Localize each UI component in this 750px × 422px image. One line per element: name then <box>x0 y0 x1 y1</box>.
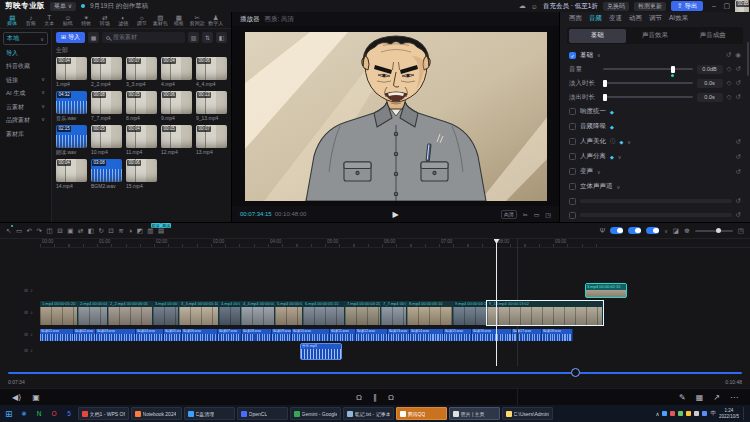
inspector-tab[interactable]: AI效果 <box>669 14 688 23</box>
media-item[interactable]: 00:06 15.mp4 <box>126 159 157 189</box>
frame-icon[interactable]: ▦ <box>696 393 704 402</box>
video-clip[interactable]: 4.mp4 00:00:02:20 <box>219 301 241 325</box>
option-checkbox[interactable] <box>569 183 576 190</box>
quality-button[interactable]: 高清 <box>501 210 517 219</box>
timeline-tool-icon[interactable]: ↻ <box>98 226 103 236</box>
media-item[interactable]: 00:06 2_2.mp4 <box>91 57 122 87</box>
audio-clip[interactable]: 朗读12.wav <box>356 329 388 341</box>
media-item[interactable]: 00:04 4.mp4 <box>161 57 192 87</box>
media-item[interactable]: 03:08 BGM2.wav <box>91 159 122 189</box>
import-button[interactable]: ⊞ 导入 <box>56 32 85 43</box>
taskbar-button[interactable]: 文档1 - WPS Office <box>78 407 129 420</box>
playhead[interactable] <box>496 239 497 366</box>
video-clip[interactable]: 1.mp4 00:00:05:20 <box>40 301 78 325</box>
lock-icon[interactable]: ⊘ <box>24 287 28 293</box>
fullscreen-icon[interactable]: ◳ <box>545 211 551 218</box>
toolbar-item[interactable]: ✶ 特效 <box>77 14 96 27</box>
media-nav-item[interactable]: 导入 <box>3 48 48 59</box>
clock[interactable]: 1:24 2022/10/5 <box>719 408 739 419</box>
video-clip[interactable]: 3_3.mp4 00:00:05:10 <box>179 301 219 325</box>
mute-icon[interactable]: ♪ <box>30 347 33 353</box>
toolbar-item[interactable]: ▤ 媒体 <box>3 14 22 27</box>
quick-launch-icon[interactable]: O <box>48 410 61 417</box>
timeline-tool-icon[interactable]: ▣ <box>67 226 73 236</box>
redeem-chip[interactable]: 兑换码 <box>603 2 629 11</box>
tray-icon[interactable] <box>662 411 667 416</box>
audio-clip[interactable]: 朗读03.wav <box>96 329 136 341</box>
audio-clip[interactable]: 朗读18.wav <box>542 329 573 341</box>
inspector-tab[interactable]: 动画 <box>629 14 642 23</box>
timeline-tool-icon[interactable]: ◧ <box>88 226 94 236</box>
audio-clip[interactable]: 朗读14.wav <box>410 329 444 341</box>
music-clip[interactable]: 音乐.mp3 <box>300 343 342 360</box>
pause-icon[interactable]: ∥ <box>373 393 377 402</box>
media-item[interactable]: 00:04 14.mp4 <box>56 159 87 189</box>
audio-clip[interactable]: 朗读10.wav <box>292 329 330 341</box>
preset-icon[interactable]: ◉ <box>735 51 741 59</box>
media-item[interactable]: 00:05 10.mp4 <box>91 125 122 155</box>
toolbar-item[interactable]: ☼ 调节 <box>133 14 152 27</box>
media-item[interactable]: 00:05 12.mp4 <box>161 125 192 155</box>
keyframe-icon[interactable]: ◇ <box>727 65 732 73</box>
view-toggle-button[interactable]: ▦ <box>88 32 99 43</box>
pointer-icon[interactable]: ↗ <box>713 393 720 402</box>
reset-icon[interactable]: ↺ <box>736 168 741 176</box>
taskbar-button[interactable]: 腾讯QQ <box>396 407 447 420</box>
more-icon[interactable]: ⋯ <box>730 393 738 402</box>
timeline-tool-icon[interactable]: ⊟ <box>57 226 62 236</box>
sort-button[interactable]: ⇅ <box>202 32 213 43</box>
audio-clip[interactable]: 朗读15.wav <box>444 329 472 341</box>
tray-icon[interactable] <box>686 411 691 416</box>
ratio-icon[interactable]: ▭ <box>534 211 540 218</box>
chevron-down-icon[interactable]: ∨ <box>597 52 601 58</box>
play-button[interactable]: ▶ <box>392 210 398 219</box>
video-clip[interactable]: 5.mp4 00:00:03:10 <box>275 301 303 325</box>
media-item[interactable]: 04:32 音乐.wav <box>56 91 87 121</box>
update-chip[interactable]: 检测更新 <box>634 2 666 11</box>
taskbar-button[interactable]: Gemini - Google... <box>290 407 341 420</box>
vip-promo[interactable]: 首充会员 · 低至1折 <box>543 2 598 11</box>
media-nav-item[interactable]: 抖音收藏 <box>3 61 48 72</box>
option-checkbox[interactable] <box>569 168 576 175</box>
slider-knob[interactable] <box>603 80 608 87</box>
chevron-down-icon[interactable]: ∨ <box>617 184 621 190</box>
microphone-icon[interactable]: Ψ <box>600 226 605 236</box>
reset-icon[interactable]: ↺ <box>736 211 741 219</box>
timeline-tool-icon[interactable]: ≋ <box>118 226 123 236</box>
lock-icon[interactable]: ⊘ <box>24 309 28 315</box>
lock-icon[interactable]: ⊘ <box>24 347 28 353</box>
fit-timeline-icon[interactable]: ◳ <box>738 226 744 236</box>
toolbar-item[interactable]: T 文本 <box>40 14 59 27</box>
mute-icon[interactable]: ♪ <box>30 287 33 293</box>
slider-knob[interactable] <box>603 94 608 101</box>
keyframe-icon[interactable]: ◇ <box>727 79 732 87</box>
media-item[interactable]: 00:07 3_3.mp4 <box>126 57 157 87</box>
media-source-select[interactable]: 本地 ∨ <box>3 32 48 45</box>
tray-expand-icon[interactable]: ∧ <box>655 411 659 417</box>
chevron-down-icon[interactable]: ∨ <box>597 169 601 175</box>
language-indicator[interactable]: 中 <box>710 410 716 417</box>
media-item[interactable]: 02:15 朗读.wav <box>56 125 87 155</box>
collapse-panel-button[interactable]: ◧ <box>216 32 227 43</box>
reset-icon[interactable]: ↺ <box>736 79 741 87</box>
media-item[interactable]: 00:04 1.mp4 <box>56 57 87 87</box>
slider-value[interactable]: 0.0s <box>697 93 723 102</box>
video-clip[interactable]: 8.mp4 00:00:06:10 <box>407 301 453 325</box>
reset-icon[interactable]: ↺ <box>726 51 731 59</box>
audio-clip[interactable]: 朗读04.wav <box>136 329 164 341</box>
filter-button[interactable]: ▥ <box>188 32 199 43</box>
audio-clip[interactable]: 朗读05.wav <box>164 329 182 341</box>
media-item[interactable]: 00:06 4_4.mp4 <box>196 57 227 87</box>
reset-icon[interactable]: ↺ <box>736 138 741 146</box>
media-item[interactable]: 00:04 11.mp4 <box>126 125 157 155</box>
show-desktop-button[interactable] <box>743 407 746 420</box>
audio-clip[interactable]: 朗读01.wav <box>40 329 74 341</box>
option-checkbox[interactable] <box>569 212 576 219</box>
timeline-tool-icon[interactable]: ↷ <box>37 226 42 236</box>
maximize-button[interactable]: ▢ <box>721 2 732 10</box>
media-item[interactable]: 00:05 8.mp4 <box>126 91 157 121</box>
timeline-tool-icon[interactable]: ▥ 超清 <box>147 226 153 236</box>
avatar[interactable]: ☺ <box>531 3 538 10</box>
media-nav-item[interactable]: 云素材 ∨ <box>3 102 48 113</box>
chevron-down-icon[interactable]: ∨ <box>618 154 622 160</box>
